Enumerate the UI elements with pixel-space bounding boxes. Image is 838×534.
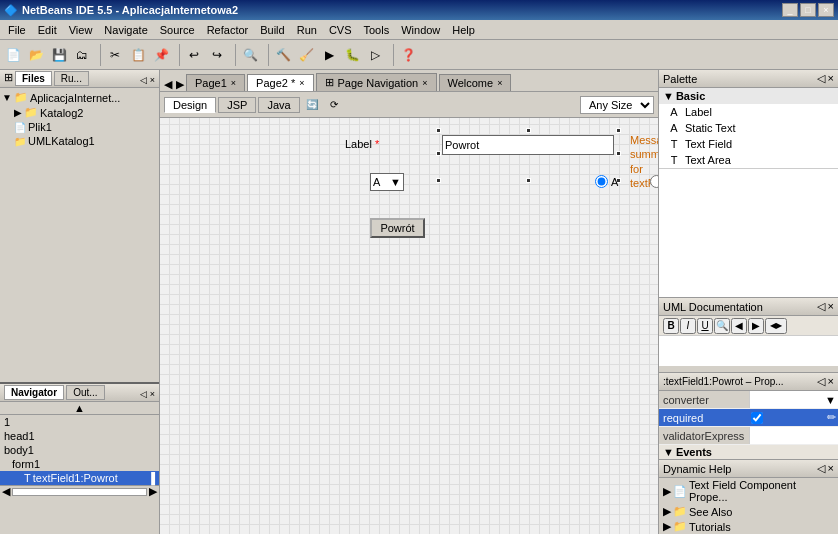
open-button[interactable]: 📂 xyxy=(25,44,47,66)
menu-run[interactable]: Run xyxy=(291,22,323,38)
title-bar-controls[interactable]: _ □ × xyxy=(782,3,834,17)
handle-tl[interactable] xyxy=(436,128,441,133)
bold-button[interactable]: B xyxy=(663,318,679,334)
palette-close-icon[interactable]: × xyxy=(828,72,834,84)
help-pin-icon[interactable]: ◁ xyxy=(817,462,825,474)
nav-body1[interactable]: body1 xyxy=(0,443,159,457)
help-button[interactable]: ❓ xyxy=(397,44,419,66)
required-checkbox[interactable] xyxy=(751,412,763,424)
welcome-tab[interactable]: Welcome × xyxy=(439,74,512,91)
textfield-component[interactable]: Powrot xyxy=(442,135,614,155)
pagenav-tab-close[interactable]: × xyxy=(422,78,427,88)
page2-tab-close[interactable]: × xyxy=(299,78,304,88)
radio-b[interactable]: B xyxy=(650,175,658,188)
handle-ml[interactable] xyxy=(436,151,441,156)
help-seealso-section[interactable]: ▶ 📁 See Also xyxy=(659,504,838,519)
panel-minimize-icon[interactable]: ◁ xyxy=(140,75,147,85)
undo-button[interactable]: ↩ xyxy=(183,44,205,66)
menu-cvs[interactable]: CVS xyxy=(323,22,358,38)
expand-uml-button[interactable]: ◀▶ xyxy=(765,318,787,334)
underline-button[interactable]: U xyxy=(697,318,713,334)
refresh-btn[interactable]: 🔄 xyxy=(302,96,322,114)
jsp-tab[interactable]: JSP xyxy=(218,97,256,113)
run-project-button[interactable]: ▶ xyxy=(318,44,340,66)
new-button[interactable]: 📄 xyxy=(2,44,24,66)
tabs-left-arrow[interactable]: ◀ xyxy=(162,78,174,91)
find-button[interactable]: 🔍 xyxy=(239,44,261,66)
help-textfield-section[interactable]: ▶ 📄 Text Field Component Prope... xyxy=(659,478,838,504)
uml-pin-icon[interactable]: ◁ xyxy=(817,300,825,312)
handle-tr[interactable] xyxy=(616,128,621,133)
radio-b-input[interactable] xyxy=(650,175,658,188)
dropdown-component[interactable]: A ▼ xyxy=(370,173,404,191)
java-tab[interactable]: Java xyxy=(258,97,299,113)
panel-close-icon[interactable]: × xyxy=(150,75,155,85)
menu-tools[interactable]: Tools xyxy=(358,22,396,38)
copy-button[interactable]: 📋 xyxy=(127,44,149,66)
size-select[interactable]: Any Size xyxy=(580,96,654,114)
help-close-icon[interactable]: × xyxy=(828,462,834,474)
files-tab[interactable]: Files xyxy=(15,71,52,86)
radio-a-input[interactable] xyxy=(595,175,608,188)
design-canvas[interactable]: Label * Powrot Message summary for tex xyxy=(160,118,658,534)
prev-uml-button[interactable]: ◀ xyxy=(731,318,747,334)
save-all-button[interactable]: 🗂 xyxy=(71,44,93,66)
nav-form1[interactable]: form1 xyxy=(0,457,159,471)
handle-bl[interactable] xyxy=(436,178,441,183)
required-edit-icon[interactable]: ✏ xyxy=(827,411,836,424)
cut-button[interactable]: ✂ xyxy=(104,44,126,66)
nav-close-icon[interactable]: × xyxy=(150,389,155,399)
design-tab[interactable]: Design xyxy=(164,97,216,113)
save-button[interactable]: 💾 xyxy=(48,44,70,66)
menu-refactor[interactable]: Refactor xyxy=(201,22,255,38)
handle-mr[interactable] xyxy=(616,151,621,156)
props-pin-icon[interactable]: ◁ xyxy=(817,375,825,387)
page1-tab[interactable]: Page1 × xyxy=(186,74,245,91)
nav-minimize-icon[interactable]: ◁ xyxy=(140,389,147,399)
clean-build-button[interactable]: 🧹 xyxy=(295,44,317,66)
nav-1[interactable]: 1 xyxy=(0,415,159,429)
basic-section-header[interactable]: ▼ Basic xyxy=(659,88,838,104)
tree-plik1[interactable]: 📄 Plik1 xyxy=(2,120,157,134)
prop-validator-value[interactable] xyxy=(749,427,838,444)
run-tab[interactable]: Ru... xyxy=(54,71,89,86)
tree-umlkatalog1[interactable]: 📁 UMLKatalog1 xyxy=(2,134,157,148)
redo-button[interactable]: ↪ xyxy=(206,44,228,66)
menu-window[interactable]: Window xyxy=(395,22,446,38)
nav-textfield1[interactable]: T textField1:Powrot ▐ xyxy=(0,471,159,485)
menu-build[interactable]: Build xyxy=(254,22,290,38)
handle-bm[interactable] xyxy=(526,178,531,183)
converter-dropdown[interactable]: ▼ xyxy=(752,394,836,406)
menu-navigate[interactable]: Navigate xyxy=(98,22,153,38)
palette-label[interactable]: A Label xyxy=(659,104,838,120)
navigator-scroll-up[interactable]: ▲ xyxy=(0,402,159,415)
menu-edit[interactable]: Edit xyxy=(32,22,63,38)
minimize-button[interactable]: _ xyxy=(782,3,798,17)
menu-help[interactable]: Help xyxy=(446,22,481,38)
palette-text-field[interactable]: T Text Field xyxy=(659,136,838,152)
tabs-right-arrow[interactable]: ▶ xyxy=(174,78,186,91)
prop-required-value[interactable]: ✏ xyxy=(749,409,838,426)
sync-btn[interactable]: ⟳ xyxy=(324,96,344,114)
palette-text-area[interactable]: T Text Area xyxy=(659,152,838,168)
uml-textarea[interactable] xyxy=(659,336,838,366)
italic-button[interactable]: I xyxy=(680,318,696,334)
menu-file[interactable]: File xyxy=(2,22,32,38)
menu-view[interactable]: View xyxy=(63,22,99,38)
handle-tm[interactable] xyxy=(526,128,531,133)
help-tutorials-section[interactable]: ▶ 📁 Tutorials xyxy=(659,519,838,534)
radio-a[interactable]: A xyxy=(595,175,618,188)
run-file-button[interactable]: ▷ xyxy=(364,44,386,66)
palette-pin-icon[interactable]: ◁ xyxy=(817,72,825,84)
close-button[interactable]: × xyxy=(818,3,834,17)
tree-katalog2[interactable]: ▶ 📁 Katalog2 xyxy=(2,105,157,120)
paste-button[interactable]: 📌 xyxy=(150,44,172,66)
tree-root[interactable]: ▼ 📁 AplicacjaInternet... xyxy=(2,90,157,105)
menu-source[interactable]: Source xyxy=(154,22,201,38)
search-uml-button[interactable]: 🔍 xyxy=(714,318,730,334)
palette-static-text[interactable]: A Static Text xyxy=(659,120,838,136)
maximize-button[interactable]: □ xyxy=(800,3,816,17)
output-tab[interactable]: Out... xyxy=(66,385,104,400)
page2-tab[interactable]: Page2 * × xyxy=(247,74,313,91)
prop-events-section[interactable]: ▼ Events xyxy=(659,445,838,459)
